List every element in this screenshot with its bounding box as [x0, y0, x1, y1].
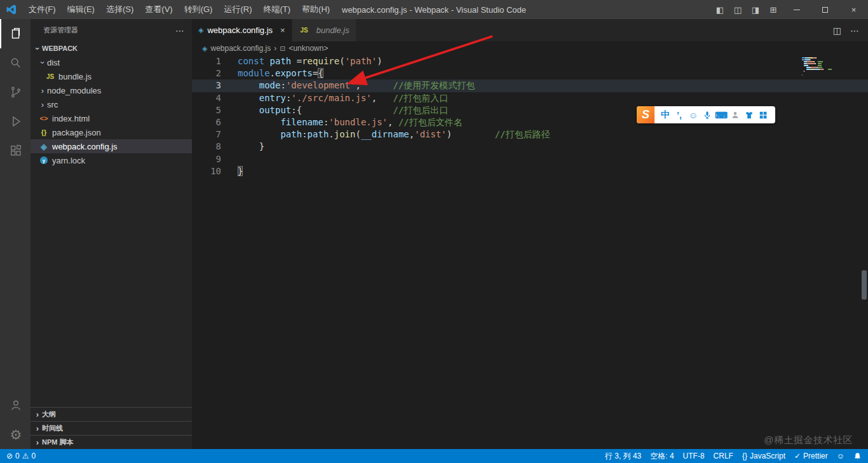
code-line-4[interactable]: 4 entry:'./src/main.js', //打包前入口	[192, 92, 868, 104]
indentation-setting[interactable]: 空格: 4	[650, 451, 674, 462]
activity-bar: ⚙	[0, 19, 31, 449]
customize-layout-icon[interactable]: ⊞	[764, 0, 782, 19]
code-line-9[interactable]: 9	[192, 153, 868, 165]
explorer-sidebar: 资源管理器 ⋯ › WEBPACK › dist JS bundle.js › …	[31, 19, 192, 449]
yarn-file-icon: y	[38, 156, 50, 164]
chevron-right-icon: ›	[38, 100, 47, 109]
menu-goto[interactable]: 转到(G)	[179, 0, 219, 19]
section-timeline[interactable]: › 时间线	[31, 421, 192, 435]
encoding-setting[interactable]: UTF-8	[683, 452, 705, 460]
tree-item-label: webpack.config.js	[52, 142, 118, 151]
section-label: 时间线	[42, 424, 63, 433]
code-line-1[interactable]: 1const path =require('path')	[192, 55, 868, 67]
section-npm-scripts[interactable]: › NPM 脚本	[31, 435, 192, 449]
minimap[interactable]	[802, 57, 858, 76]
tree-item-label: bundle.js	[58, 72, 92, 81]
close-tab-icon[interactable]: ×	[280, 25, 285, 35]
menu-view[interactable]: 查看(V)	[139, 0, 178, 19]
tab-bundle-js[interactable]: JS bundle.js	[292, 19, 356, 41]
chevron-right-icon: ›	[33, 410, 42, 419]
code-line-7[interactable]: 7 path:path.join(__dirname,'dist') //打包后…	[192, 128, 868, 141]
maximize-button[interactable]	[811, 0, 839, 19]
menu-help[interactable]: 帮助(H)	[296, 0, 336, 19]
language-mode[interactable]: {} JavaScript	[742, 452, 785, 460]
menu-run[interactable]: 运行(R)	[218, 0, 257, 19]
tree-item-dist[interactable]: › dist	[31, 55, 192, 69]
error-count: 0	[15, 452, 20, 460]
scrollbar-thumb[interactable]	[862, 270, 867, 300]
split-editor-icon[interactable]: ◫	[833, 25, 841, 36]
ime-keyboard-icon[interactable]: ⌨	[714, 106, 728, 123]
eol-setting[interactable]: CRLF	[714, 452, 733, 460]
ime-toolbox-icon[interactable]	[756, 106, 770, 123]
line-number: 10	[192, 165, 221, 177]
js-file-icon: JS	[44, 73, 56, 80]
tree-item-node-modules[interactable]: › node_modules	[31, 83, 192, 97]
tree-item-package-json[interactable]: {} package.json	[31, 125, 192, 139]
tree-item-webpack-config-js[interactable]: ◈ webpack.config.js	[31, 139, 192, 153]
line-number: 2	[192, 67, 221, 79]
sogou-ime-toolbar[interactable]: S 中 ’, ☺ ⌨	[637, 106, 775, 123]
menu-selection[interactable]: 选择(S)	[100, 0, 139, 19]
tree-item-bundle-js[interactable]: JS bundle.js	[31, 69, 192, 83]
toggle-sidebar-icon[interactable]: ◧	[711, 0, 729, 19]
cursor-position[interactable]: 行 3, 列 43	[605, 451, 641, 462]
activity-settings[interactable]: ⚙	[0, 420, 31, 449]
tab-webpack-config-js[interactable]: ◈ webpack.config.js ×	[192, 19, 292, 41]
toggle-panel-icon[interactable]: ◫	[729, 0, 747, 19]
chevron-right-icon: ›	[38, 86, 47, 95]
feedback-icon[interactable]: ☺	[837, 452, 844, 460]
section-outline[interactable]: › 大纲	[31, 407, 192, 421]
activity-source-control[interactable]	[0, 78, 31, 107]
ime-account-icon[interactable]	[728, 106, 742, 123]
warning-icon: ⚠	[22, 452, 29, 460]
activity-explorer[interactable]	[0, 19, 31, 48]
activity-run-debug[interactable]	[0, 107, 31, 136]
breadcrumb-file[interactable]: webpack.config.js	[210, 44, 271, 53]
explorer-more-actions-icon[interactable]: ⋯	[175, 25, 184, 36]
activity-account[interactable]	[0, 390, 31, 420]
warning-count: 0	[32, 452, 36, 460]
sogou-logo-icon[interactable]: S	[637, 106, 654, 123]
line-number: 6	[192, 116, 221, 128]
ime-emoji-icon[interactable]: ☺	[686, 106, 700, 123]
js-file-icon: JS	[299, 27, 310, 34]
account-icon	[9, 398, 23, 412]
code-line-3[interactable]: 3 mode:'development', //使用开发模式打包	[192, 79, 868, 92]
ime-punctuation-toggle[interactable]: ’,	[672, 106, 686, 123]
status-bar: ⊘ 0 ⚠ 0 行 3, 列 43 空格: 4 UTF-8 CRLF {} Ja…	[0, 449, 868, 463]
run-debug-icon	[9, 114, 23, 128]
menu-terminal[interactable]: 终端(T)	[257, 0, 296, 19]
close-button[interactable]: ×	[839, 0, 868, 19]
activity-search[interactable]	[0, 48, 31, 78]
ime-skin-icon[interactable]	[742, 106, 756, 123]
explorer-title: 资源管理器	[43, 25, 78, 35]
toggle-secondary-sidebar-icon[interactable]: ◨	[747, 0, 764, 19]
extensions-icon	[9, 144, 23, 158]
notifications-bell-icon[interactable]	[853, 452, 862, 460]
activity-extensions[interactable]	[0, 136, 31, 165]
problems-indicator[interactable]: ⊘ 0 ⚠ 0	[6, 452, 36, 460]
workspace-root[interactable]: › WEBPACK	[31, 41, 192, 55]
error-icon: ⊘	[6, 452, 13, 460]
tree-item-src[interactable]: › src	[31, 97, 192, 111]
code-line-8[interactable]: 8 }	[192, 141, 868, 153]
tree-item-index-html[interactable]: <> index.html	[31, 111, 192, 125]
ime-language-toggle[interactable]: 中	[658, 106, 672, 123]
formatter-indicator[interactable]: ✓ Prettier	[794, 452, 828, 460]
menu-file[interactable]: 文件(F)	[23, 0, 62, 19]
check-icon: ✓	[794, 452, 801, 460]
code-line-10[interactable]: 10}	[192, 165, 868, 177]
watermark: @稀土掘金技术社区	[764, 434, 853, 446]
minimize-button[interactable]	[782, 0, 811, 19]
menu-edit[interactable]: 编辑(E)	[62, 0, 100, 19]
ime-microphone-icon[interactable]	[700, 106, 714, 123]
chevron-down-icon: ›	[33, 44, 43, 53]
tree-item-yarn-lock[interactable]: y yarn.lock	[31, 153, 192, 167]
breadcrumb-symbol[interactable]: <unknown>	[288, 44, 328, 53]
tree-item-label: dist	[47, 58, 60, 67]
files-icon	[9, 27, 23, 41]
code-line-2[interactable]: 2module.exports={	[192, 67, 868, 79]
editor-more-actions-icon[interactable]: ⋯	[850, 25, 859, 36]
window-controls: ◧ ◫ ◨ ⊞ ×	[711, 0, 868, 19]
